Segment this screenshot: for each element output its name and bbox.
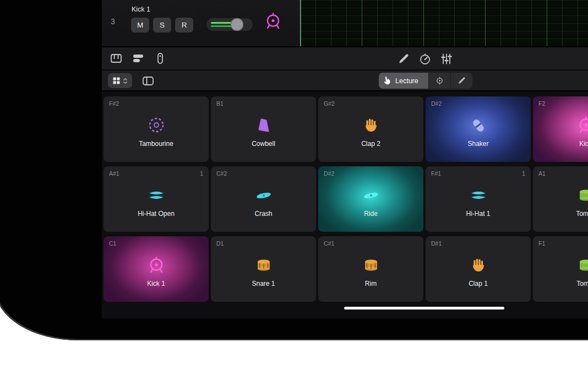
drum-pad-tambourine[interactable]: F#2Tambourine (104, 96, 209, 162)
tom-icon (576, 186, 588, 205)
tambourine-icon (147, 116, 166, 135)
tom-icon (576, 256, 588, 275)
pad-note-label: G#2 (324, 100, 335, 107)
pad-name-label: Shaker (426, 140, 531, 148)
clap-icon (469, 256, 488, 275)
cymbal-icon (362, 186, 380, 205)
pad-note-label: B1 (216, 100, 224, 107)
pad-note-label: D#2 (431, 100, 442, 107)
pad-name-label: Tom L (533, 280, 588, 287)
drum-pad-crash[interactable]: C#2Crash (211, 166, 316, 232)
pad-name-label: Cowbell (211, 140, 316, 148)
pad-name-label: Tambourine (104, 140, 209, 148)
pad-note-label: A1 (538, 170, 546, 177)
surface-switcher (102, 52, 167, 65)
track-header: 3 Kick 1 M S R (102, 0, 300, 46)
app-screen: 3 Kick 1 M S R (102, 0, 588, 318)
drum-pad-shaker[interactable]: D#2Shaker (426, 96, 531, 162)
drum-pads-area: F#2TambourineB1CowbellG#2Clap 2D#2Shaker… (102, 91, 588, 318)
pad-name-label: Ride (318, 210, 423, 218)
edit-button[interactable] (450, 73, 472, 89)
drum-pad-kick[interactable]: F2Kick (533, 96, 588, 162)
hihat-icon (469, 186, 488, 205)
pad-note-label: C1 (109, 240, 116, 247)
pad-note-label: D#1 (431, 240, 442, 247)
drum-pad-tom-l[interactable]: F1Tom L (533, 236, 588, 302)
pad-name-label: Rim (318, 280, 423, 287)
drum-pad-snare-1[interactable]: D1Snare 1 (211, 236, 316, 302)
cowbell-icon (254, 116, 273, 135)
drum-pad-kick-1[interactable]: C1Kick 1 (104, 236, 209, 302)
horizontal-scrollbar[interactable] (344, 307, 504, 310)
track-number: 3 (111, 17, 115, 26)
hihat-icon (147, 186, 166, 205)
pad-name-label: Clap 1 (426, 280, 531, 287)
snare-icon (254, 256, 273, 275)
play-mode-label: Lecture (395, 77, 418, 85)
pad-name-label: Crash (211, 210, 316, 218)
pad-name-label: Snare 1 (211, 280, 316, 287)
grid-view-button[interactable] (108, 73, 132, 88)
pad-name-label: Kick (533, 140, 588, 148)
pad-note-label: F#1 (431, 170, 441, 177)
cymbal-icon (254, 186, 273, 205)
snare-icon (362, 256, 380, 275)
record-button[interactable]: R (175, 18, 193, 32)
drum-pad-hi-hat-open[interactable]: A#11Hi-Hat Open (104, 166, 209, 232)
kick-drum-icon (264, 12, 282, 31)
clap-icon (362, 116, 380, 135)
pad-note-label: C#1 (324, 240, 334, 247)
play-mode-button[interactable]: Lecture (379, 73, 428, 89)
grid-view-icon (112, 77, 121, 85)
pad-note-label: F1 (538, 240, 545, 247)
kick-icon (147, 256, 166, 275)
pad-mode-segmented-control: Lecture (379, 73, 472, 89)
pad-note-label: D#2 (324, 170, 334, 177)
pad-name-label: Hi-Hat Open (104, 210, 209, 218)
kick-icon (576, 116, 588, 135)
track-name: Kick 1 (132, 6, 150, 13)
sidebar-toggle-icon[interactable] (141, 74, 155, 88)
drum-pad-clap-1[interactable]: D#1Clap 1 (426, 236, 531, 302)
volume-slider[interactable] (206, 18, 253, 31)
drum-pad-grid: F#2TambourineB1CowbellG#2Clap 2D#2Shaker… (104, 96, 588, 302)
tracks-area[interactable] (300, 0, 588, 46)
drum-pad-clap-2[interactable]: G#2Clap 2 (318, 96, 423, 162)
target-icon (435, 76, 444, 85)
view-bar: Lecture (102, 70, 588, 91)
mute-button[interactable]: M (131, 18, 149, 32)
pad-note-label: A#1 (109, 170, 119, 177)
pad-note-label: F#2 (109, 100, 119, 107)
pad-note-label: F2 (538, 100, 545, 107)
control-bar (102, 47, 588, 70)
pad-name-label: Tom H (533, 210, 588, 218)
pencil-icon (457, 76, 466, 85)
drum-pad-ride[interactable]: D#2Ride (318, 166, 423, 232)
pad-choke-group-badge: 1 (522, 170, 525, 177)
drum-pad-rim[interactable]: C#1Rim (318, 236, 423, 302)
tuner-icon[interactable] (418, 52, 432, 66)
solo-button[interactable]: S (153, 18, 171, 32)
pencil-icon[interactable] (397, 52, 410, 66)
hand-cursor-icon (383, 75, 393, 85)
shaker-icon (469, 116, 488, 135)
volume-slider-knob[interactable] (231, 18, 243, 31)
keyboard-strip-icon[interactable] (154, 52, 167, 65)
pad-note-label: D1 (216, 240, 224, 247)
target-button[interactable] (428, 73, 450, 89)
pad-name-label: Hi-Hat 1 (426, 210, 531, 218)
pad-note-label: C#2 (216, 170, 227, 177)
pad-choke-group-badge: 1 (200, 170, 203, 177)
track-header-row: 3 Kick 1 M S R (102, 0, 588, 47)
mixer-icon[interactable] (440, 52, 453, 66)
chevron-up-down-icon (123, 77, 128, 85)
piano-icon[interactable] (110, 52, 123, 65)
drum-pad-cowbell[interactable]: B1Cowbell (211, 96, 316, 162)
pad-name-label: Clap 2 (318, 140, 423, 148)
drum-pad-tom-h[interactable]: A1Tom H (533, 166, 588, 232)
pad-name-label: Kick 1 (104, 280, 209, 287)
drum-pad-hi-hat-1[interactable]: F#11Hi-Hat 1 (426, 166, 531, 232)
cells-icon[interactable] (132, 52, 145, 65)
